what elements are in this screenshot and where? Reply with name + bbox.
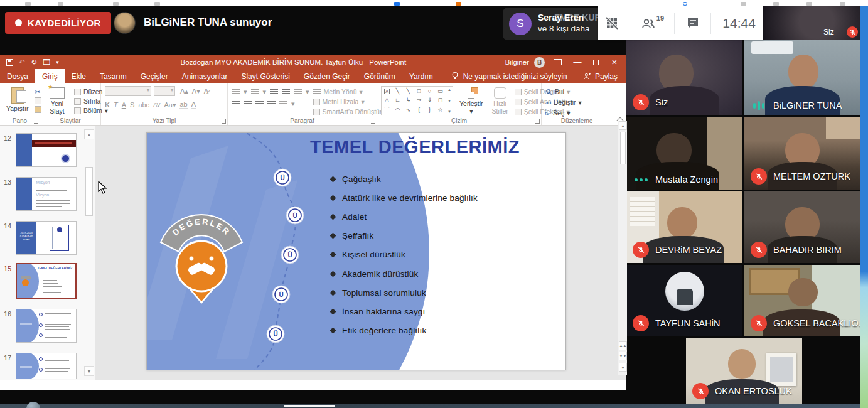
- text-direction-button[interactable]: Metin Yönü ▾: [313, 88, 388, 95]
- font-color-button[interactable]: A: [191, 100, 196, 109]
- clear-format-icon[interactable]: A̷: [204, 87, 208, 95]
- slide-thumbnail-16[interactable]: [16, 309, 77, 343]
- char-spacing-button[interactable]: AV: [153, 102, 160, 108]
- mouse-cursor: [98, 181, 108, 195]
- ribbon-tab-yardım[interactable]: Yardım: [402, 69, 440, 83]
- shapes-gallery[interactable]: A╲╲□○▭ △∟↳⇒⇓◻ ⌒◠∿{}☆: [381, 86, 446, 115]
- participant-tile-bilginer-tuna[interactable]: BiLGiNER TUNA: [744, 38, 860, 115]
- align-right-icon[interactable]: [255, 101, 264, 107]
- slide-thumbnail-15[interactable]: TEMEL DEĞERLERİMİZ: [16, 263, 77, 299]
- minimize-button[interactable]: —: [571, 55, 584, 69]
- qat-customize-icon[interactable]: ▾: [56, 60, 59, 65]
- slide-thumbnail-17[interactable]: [16, 353, 77, 379]
- close-button[interactable]: ×: [608, 55, 621, 69]
- align-text-button[interactable]: Metni Hizala ▾: [313, 98, 388, 105]
- slide-bullet-list[interactable]: ÇağdaşlıkAtatürk ilke ve devrimlerine ba…: [331, 169, 478, 340]
- justify-icon[interactable]: [267, 101, 276, 107]
- participant-tile-bahadir-birim[interactable]: BAHADIR BIRIM: [744, 191, 860, 263]
- scroll-up-arrow[interactable]: ▲: [619, 121, 627, 130]
- ribbon-tab-giriş[interactable]: Giriş: [35, 69, 65, 83]
- align-center-icon[interactable]: [244, 101, 252, 107]
- paragraph-dialog-launcher[interactable]: [371, 119, 375, 124]
- ribbon-tab-slayt-gösterisi[interactable]: Slayt Gösterisi: [234, 69, 296, 83]
- bold-button[interactable]: K: [105, 101, 110, 109]
- thumbnail-scrollbar[interactable]: ▲ ▼: [84, 129, 95, 376]
- save-icon[interactable]: [6, 59, 13, 66]
- next-slide-button[interactable]: ▼▼: [619, 352, 627, 360]
- slide-thumbnail-12[interactable]: [16, 133, 77, 167]
- ribbon-tab-tasarım[interactable]: Tasarım: [93, 69, 134, 83]
- slide-thumbnail-13[interactable]: Misyon Vizyon: [16, 177, 77, 211]
- participant-tile-goksel-bacaklio[interactable]: GOKSEL BACAKLIO...: [744, 265, 860, 336]
- ribbon-tab-görünüm[interactable]: Görünüm: [357, 69, 402, 83]
- ribbon-tab-animasyonlar[interactable]: Animasyonlar: [175, 69, 235, 83]
- restore-button[interactable]: [593, 60, 599, 65]
- align-left-icon[interactable]: [232, 101, 240, 107]
- participant-tile-mustafa-zengin[interactable]: Mustafa Zengin: [626, 117, 742, 190]
- scrollbar-thumb[interactable]: [620, 132, 626, 164]
- font-dialog-launcher[interactable]: [222, 119, 226, 124]
- quick-styles-button[interactable]: Hızlı Stiller: [490, 86, 511, 116]
- new-slide-button[interactable]: Yeni Slayt: [44, 86, 70, 116]
- underline-button[interactable]: A: [122, 101, 126, 109]
- font-name-select[interactable]: [105, 86, 151, 96]
- browser-icon-fragment: [840, 2, 845, 6]
- decrease-indent-icon[interactable]: [270, 89, 278, 95]
- undo-icon[interactable]: ↶: [19, 58, 25, 66]
- shadow-button[interactable]: S: [130, 101, 134, 109]
- shrink-font-icon[interactable]: A▾: [192, 87, 200, 95]
- slide-bullet: Çağdaşlık: [331, 169, 478, 188]
- account-button[interactable]: Bilginer B: [505, 57, 545, 68]
- chat-button[interactable]: [683, 16, 703, 31]
- participant-face: [677, 289, 693, 305]
- ribbon-tab-geçişler[interactable]: Geçişler: [134, 69, 175, 83]
- ribbon-tab-dosya[interactable]: Dosya: [0, 69, 35, 83]
- participant-tile-siz[interactable]: Siz: [626, 38, 742, 115]
- participant-tile-meltem-ozturk[interactable]: MELTEM OZTURK: [744, 117, 860, 190]
- participant-tile-devrim-beyaz[interactable]: DEVRiM BEYAZ: [626, 191, 742, 263]
- scroll-down-arrow[interactable]: ▼: [84, 366, 94, 376]
- participants-toast[interactable]: S EMRE KURUL Seray Eren ve 8 kişi daha: [503, 8, 613, 40]
- redo-icon[interactable]: ↻: [31, 58, 37, 66]
- numbering-icon[interactable]: [251, 89, 259, 95]
- ribbon-tab-ekle[interactable]: Ekle: [65, 69, 93, 83]
- tell-me-search[interactable]: Ne yapmak istediğinizi söyleyin: [440, 69, 583, 83]
- slide-canvas[interactable]: DEĞERLER: [146, 132, 566, 370]
- share-button[interactable]: Paylaş: [583, 69, 626, 83]
- line-spacing-icon[interactable]: [294, 89, 302, 95]
- drawing-dialog-launcher[interactable]: [535, 119, 540, 124]
- find-button[interactable]: Bul: [545, 88, 582, 95]
- strikethrough-button[interactable]: abc: [138, 101, 149, 109]
- grid-view-toggle-button[interactable]: [602, 16, 622, 31]
- participant-tile-okan-ertosluk[interactable]: OKAN ERTOSLUK: [686, 338, 802, 404]
- main-scrollbar[interactable]: ▲ ▲▲ ▼▼ ▼: [618, 121, 627, 375]
- columns-icon[interactable]: [279, 101, 287, 107]
- participant-tile-tayfun-sahin[interactable]: TAYFUN SAHiN: [626, 265, 742, 336]
- increase-indent-icon[interactable]: [282, 89, 290, 95]
- shapes-gallery-scrollbar[interactable]: ▴▾▾: [446, 86, 453, 115]
- scroll-up-arrow[interactable]: ▲: [84, 129, 94, 139]
- highlight-button[interactable]: ab: [179, 100, 187, 109]
- participants-button[interactable]: 19: [638, 16, 667, 31]
- start-slideshow-icon[interactable]: 🗔: [43, 58, 50, 66]
- font-size-select[interactable]: [154, 86, 175, 96]
- scrollbar-thumb[interactable]: [85, 167, 93, 216]
- slide-title[interactable]: TEMEL DEĞERLERİMİZ: [289, 137, 540, 158]
- change-case-button[interactable]: Aa▾: [164, 101, 176, 109]
- slide-thumbnail-14[interactable]: 2019-2023 STRATEJİK PLAN: [16, 221, 77, 255]
- screen: KAYDEDİLİYOR BiLGiNER TUNA sunuyor S EMR…: [0, 0, 868, 408]
- ribbon-display-options-button[interactable]: [554, 59, 562, 65]
- arrange-button[interactable]: Yerleştir▾: [457, 86, 486, 116]
- bullets-icon[interactable]: [232, 89, 240, 95]
- previous-slide-button[interactable]: ▲▲: [619, 341, 627, 350]
- ribbon-tab-gözden-geçir[interactable]: Gözden Geçir: [297, 69, 357, 83]
- self-preview-tile[interactable]: Siz: [763, 6, 860, 40]
- select-button[interactable]: ▻Seç ▾: [545, 109, 582, 117]
- grow-font-icon[interactable]: A▴: [180, 87, 188, 95]
- replace-button[interactable]: abDeğiştir ▾: [545, 99, 582, 106]
- italic-button[interactable]: T: [114, 101, 118, 109]
- clipboard-dialog-launcher[interactable]: [34, 119, 38, 124]
- scroll-down-arrow[interactable]: ▼: [619, 363, 627, 372]
- paste-button[interactable]: Yapıştır: [4, 86, 31, 116]
- convert-smartart-button[interactable]: SmartArt'a Dönüştür ▾: [313, 108, 388, 115]
